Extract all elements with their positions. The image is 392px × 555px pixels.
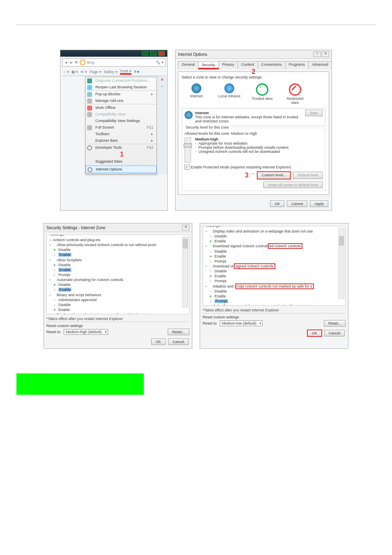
zone-internet[interactable]: Internet [184,83,209,105]
item-display-video: Display video and animation on a webpage… [205,229,343,234]
settings-tree[interactable]: ActiveX controls and plug-ins Allow prev… [49,237,187,314]
mi-suggested[interactable]: Suggested Sites [85,158,157,165]
mi-toolbars[interactable]: Toolbars▸ [85,131,157,137]
help-btn[interactable]: ? [314,51,321,57]
reset-to-label: Reset to: [203,321,217,325]
mi-reopen[interactable]: Reopen Last Browsing Session [85,84,157,90]
min-btn[interactable] [142,51,148,56]
tab-general[interactable]: General [178,61,198,69]
cancel-button[interactable]: Cancel [287,200,307,207]
radio-enable[interactable]: Enable [205,294,343,299]
custom-level-button[interactable]: Custom level... [257,172,291,179]
submenu-arrow: ▸ [151,132,153,136]
tab-connections[interactable]: Connections [258,61,286,69]
ok-button[interactable]: OK [151,339,166,345]
close-x[interactable]: ✕ [157,78,167,82]
address-bar[interactable]: ◄ ► ✕ Bing 🔍 ▾ [62,58,166,67]
mi-fullscreen[interactable]: Full ScreenF11 [85,124,157,131]
mi-compat-settings[interactable]: Compatibility View Settings [85,117,157,124]
mail-icon[interactable]: ✉ ▾ [81,70,87,74]
safety-menu[interactable]: Safety [104,70,118,74]
radio-enable[interactable]: Enable [49,307,187,312]
protected-mode-check[interactable]: ✓Enable Protected Mode (requires restart… [184,165,323,169]
security-slider[interactable] [184,137,191,163]
dropdown-arrow[interactable]: ▾ [157,84,167,88]
radio-enable[interactable]: Enable [49,287,187,292]
radio-disable[interactable]: Disable [49,302,187,307]
mi-offline[interactable]: Work Offline [85,104,157,111]
reset-button[interactable]: Reset... [324,320,346,327]
zone-restricted[interactable]: Restricted sites [283,83,307,105]
restart-note: *Takes effect after you restart Internet… [203,308,346,312]
item-scriptlets: Allow Scriptlets [49,258,187,263]
apply-button[interactable]: Apply [310,200,328,207]
radio-disable[interactable]: Disable [49,247,187,252]
group-title: Settings [49,235,65,236]
ok-button[interactable]: OK [307,330,322,336]
search-icon[interactable]: 🔍 ▾ [156,60,164,64]
fullscreen-icon [87,125,92,130]
close-btn[interactable] [158,51,165,56]
back-btn[interactable]: ◄ [64,60,68,64]
reset-to-select[interactable]: Medium-high (default) [64,329,108,335]
tab-security[interactable]: Security [198,62,219,69]
home-icon[interactable]: ⌂ ▾ [64,70,69,74]
zone-trusted[interactable]: Trusted sites [250,83,274,105]
item-unused-activex: Allow previously unused ActiveX controls… [49,242,187,247]
internet-options-dialog: Internet Options ?✕ General Security Pri… [175,50,332,211]
radio-enable[interactable]: Enable [49,267,187,272]
fwd-btn[interactable]: ► [69,60,73,64]
max-btn[interactable] [150,51,157,56]
mi-compat[interactable]: Compatibility View [85,111,157,117]
mi-internet-options[interactable]: Internet Options [85,166,157,173]
tab-programs[interactable]: Programs [285,61,309,69]
redacted-green-block [16,373,144,395]
item-download-unsigned: Download unsigned ActiveX controls [205,264,343,269]
mi-explorerbars[interactable]: Explorer Bars▸ [85,137,157,144]
cancel-button[interactable]: Cancel [168,339,189,345]
radio-prompt[interactable]: Prompt [205,259,343,264]
tab-advanced[interactable]: Advanced [308,61,332,69]
page-menu[interactable]: Page [90,70,101,74]
slider-thumb[interactable] [184,143,192,147]
reset-button[interactable]: Reset... [168,329,189,335]
radio-disable[interactable]: Disable [205,249,343,254]
radio-prompt[interactable]: Prompt [205,279,343,283]
radio-enable[interactable]: Enable [49,252,187,257]
mi-popup[interactable]: Pop-up Blocker▸ [85,90,157,97]
radio-disable[interactable]: Disable [205,234,343,239]
radio-enable[interactable]: Enable [205,254,343,259]
sites-button[interactable]: Sites [305,110,323,116]
mi-devtools[interactable]: Developer ToolsF12 [85,144,157,151]
help-icon[interactable]: ? ▾ [134,70,139,74]
radio-disable[interactable]: Disable [49,282,187,287]
stop-icon[interactable]: ✕ [75,60,78,64]
zone-local[interactable]: Local intranet [217,83,242,105]
close-btn[interactable]: ✕ [182,225,189,230]
close-btn[interactable]: ✕ [322,51,329,57]
settings-tree[interactable]: Display video and animation on a webpage… [205,229,343,306]
radio-enable[interactable]: Enable [205,239,343,244]
reset-to-select[interactable]: Medium-low (default) [220,320,263,326]
mi-diagnose[interactable]: Diagnose Connection Problems... [85,77,157,84]
radio-disable[interactable]: Disable [49,263,187,267]
tab-privacy[interactable]: Privacy [219,61,238,69]
zone-name: Internet [195,111,303,115]
callout-3: 3 [245,172,249,179]
radio-disable[interactable]: Disable [205,269,343,274]
cancel-button[interactable]: Cancel [324,330,345,336]
radio-disable[interactable]: Disable [205,289,343,294]
mi-addons[interactable]: Manage Add-ons [85,97,157,104]
radio-admin[interactable]: Administrator approved [49,297,187,302]
feeds-icon[interactable]: ▦ ▾ [71,70,78,74]
ok-button[interactable]: OK [270,200,284,207]
tools-menu[interactable]: Tools [120,69,132,75]
radio-prompt[interactable]: Prompt [205,299,343,304]
radio-enable[interactable]: Enable [205,274,343,279]
reset-all-zones-button[interactable]: Reset all zones to default level [263,182,323,188]
callout-1: 1 [120,151,124,158]
default-level-button[interactable]: Default level [293,172,323,179]
radio-prompt[interactable]: Prompt [49,272,187,277]
command-bar: ⌂ ▾ ▦ ▾ ✉ ▾ Page Safety Tools ? ▾ [62,68,166,76]
item-autoprompt: Automatic prompting for ActiveX controls [49,277,187,282]
